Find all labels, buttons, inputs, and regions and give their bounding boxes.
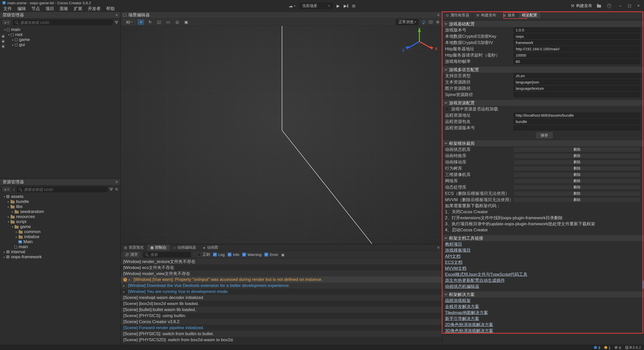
scene-select[interactable]: 当前场景 ▾ [299, 3, 333, 9]
filter-info-checkbox[interactable]: ✓Info [228, 252, 239, 257]
asset-row-oops-framework[interactable]: ▸ oops-framework [0, 254, 120, 259]
section-multilanguage[interactable]: 游戏多语言配置 [442, 67, 644, 73]
export-log-icon[interactable]: ▣ [281, 253, 285, 257]
game-template-link[interactable]: 游戏模板项目 [445, 247, 471, 253]
text-resource-path-input[interactable] [513, 79, 640, 85]
layout-grid-icon[interactable]: ⊞ [352, 4, 355, 8]
delete-mvvm-button[interactable]: 删除 [513, 197, 640, 202]
tab-console[interactable]: ▦ 控制台 [147, 244, 170, 251]
menu-project[interactable]: 项目 [43, 6, 57, 12]
crypto-iv-input[interactable] [513, 40, 640, 45]
assets-search[interactable] [17, 187, 107, 192]
section-game-basic[interactable]: 游戏基础配置 [442, 21, 644, 27]
save-button[interactable]: 保存 [536, 132, 553, 138]
log-row-info[interactable]: ▸ [Window] You are running Vue in develo… [121, 289, 442, 295]
expand-icon[interactable]: ▸ [11, 210, 14, 213]
asset-row-main-scene[interactable]: main [0, 244, 120, 249]
filter-error-checkbox[interactable]: ✓Error [264, 252, 278, 257]
log-row[interactable]: [Scene] Cocos Creator v3.8.2 [121, 319, 442, 325]
scene-settings-gear-icon[interactable]: ⚙ [436, 20, 439, 24]
delete-anim-statemachine-button[interactable]: 删除 [513, 147, 640, 152]
crypto-key-input[interactable] [513, 34, 640, 39]
section-solutions[interactable]: 框架解决方案 [442, 291, 644, 297]
console-search[interactable] [143, 252, 191, 257]
scene-viewport[interactable]: Y X Z [121, 26, 442, 244]
tab-property-inspector[interactable]: ⊙ 属性检查器 [442, 12, 473, 19]
rpg3d-solution-link[interactable]: 3D角色扮演游戏解决方案 [445, 328, 493, 334]
tree-row-main[interactable]: ▾ main [0, 27, 120, 32]
delete-anim-effect-button[interactable]: 删除 [513, 153, 640, 158]
hierarchy-filter-icon[interactable] [115, 21, 118, 24]
section-game-resource[interactable]: 游戏资源配置 [442, 100, 644, 106]
tree-row-game[interactable]: ▸ game [0, 37, 120, 42]
anim-statemachine-editor-link[interactable]: 动画状态机编辑器 [445, 284, 479, 289]
hierarchy-search[interactable] [13, 20, 113, 25]
log-row[interactable]: [Scene] [PHYSICS]: switch from builtin t… [121, 331, 442, 337]
collapse-icon[interactable]: ▾ [3, 28, 7, 31]
console-menu-icon[interactable]: ≡ [437, 245, 439, 250]
expand-icon[interactable]: ▸ [15, 230, 18, 234]
inspector-scrollbar-thumb[interactable] [642, 280, 644, 289]
tab-build-publish[interactable]: ⚒ 构建发布 [473, 12, 500, 19]
hierarchy-menu-icon[interactable]: ≡ [115, 13, 118, 17]
menu-panel[interactable]: 面板 [57, 6, 71, 12]
expand-icon[interactable]: ▸ [129, 278, 132, 281]
assets-search-input[interactable] [24, 187, 105, 192]
log-row[interactable]: [Window] ecs文件夹不存在 [121, 265, 442, 271]
expand-icon[interactable]: ▸ [7, 200, 10, 203]
tab-framework-config[interactable]: 框架配置 [519, 12, 541, 19]
error-count[interactable]: 0 [615, 345, 621, 350]
expand-icon[interactable]: ▸ [3, 250, 6, 254]
remote-version-input[interactable] [513, 125, 640, 130]
build-publish-button[interactable]: ⚒ 构建发布 [571, 3, 592, 9]
tree-row-root[interactable]: ▾ root [0, 32, 120, 37]
mvvm-doc-link[interactable]: MVVM文档 [445, 266, 466, 271]
http-timeout-input[interactable] [513, 53, 640, 58]
move-tool[interactable]: + [138, 19, 144, 25]
delete-behavior-tree-button[interactable]: 删除 [513, 166, 640, 171]
image-resource-path-input[interactable] [513, 86, 640, 91]
open-project-folder-icon[interactable] [597, 4, 602, 8]
asset-row-game[interactable]: ▾ game [0, 224, 120, 229]
menu-developer[interactable]: 开发者 [85, 6, 103, 12]
menu-extension[interactable]: 扩展 [71, 6, 85, 12]
expand-icon[interactable]: ▸ [3, 255, 6, 259]
fullstack-solution-link[interactable]: 全栈开发解决方案 [445, 304, 479, 310]
log-row[interactable]: [Window] render_texture文件夹不存在 [121, 258, 442, 265]
scale-tool[interactable]: ◱ [156, 19, 162, 25]
asset-row-script[interactable]: ▾ script [0, 219, 120, 224]
filter-log-checkbox[interactable]: ✓Log [213, 252, 225, 257]
asset-row-assets[interactable]: ▾ assets [0, 194, 120, 199]
expand-icon[interactable]: ▸ [11, 43, 15, 47]
delete-camera3d-button[interactable]: 删除 [513, 172, 640, 177]
expand-icon[interactable]: ▸ [123, 290, 126, 293]
menu-help[interactable]: 帮助 [103, 6, 117, 12]
remote-url-input[interactable] [513, 113, 640, 118]
fps-input[interactable] [513, 59, 640, 64]
section-doc-links[interactable]: 框架文档工具链接 [442, 235, 644, 241]
excel-tool-link[interactable]: Excel格式转Json文件与TypeScript代码工具 [445, 272, 528, 277]
assets-menu-icon[interactable]: ≡ [115, 180, 118, 184]
expand-icon[interactable]: ▸ [7, 215, 10, 218]
tree-row-gui[interactable]: ▸ gui [0, 42, 120, 47]
view-mode-select[interactable]: 正常浏览 ▾ [396, 19, 419, 25]
menu-file[interactable]: 文件 [1, 6, 15, 12]
collapse-icon[interactable]: ▾ [3, 195, 6, 198]
tutorial-project-link[interactable]: 教程项目 [445, 241, 462, 247]
collapse-icon[interactable]: ▾ [7, 220, 10, 224]
asset-row-resources[interactable]: ▸ resources [0, 214, 120, 219]
close-button[interactable]: × [634, 0, 643, 12]
pivot-toggle[interactable]: ◎ [174, 19, 180, 25]
game-version-input[interactable] [513, 27, 640, 33]
log-row-info[interactable]: [Scene] Forward render pipeline initiali… [121, 325, 442, 331]
asset-row-common[interactable]: ▸ common [0, 229, 120, 234]
asset-row-initialize[interactable]: ▸ initialize [0, 234, 120, 239]
log-row[interactable]: [Scene] [box2d]:box2d wasm lib loaded. [121, 301, 442, 307]
create-asset-button[interactable]: +▾ [2, 187, 11, 192]
orientation-gizmo[interactable]: Y X Z [402, 26, 439, 56]
asset-row-seedrandom[interactable]: ▸ seedrandom [0, 209, 120, 214]
ecs-doc-link[interactable]: ECS文档 [445, 259, 462, 265]
rect-tool[interactable]: ▭ [165, 19, 171, 25]
tactics-framework-link[interactable]: 战棋游戏框架 [445, 298, 471, 303]
projection-3d-button[interactable]: 3D▾ [123, 19, 135, 25]
